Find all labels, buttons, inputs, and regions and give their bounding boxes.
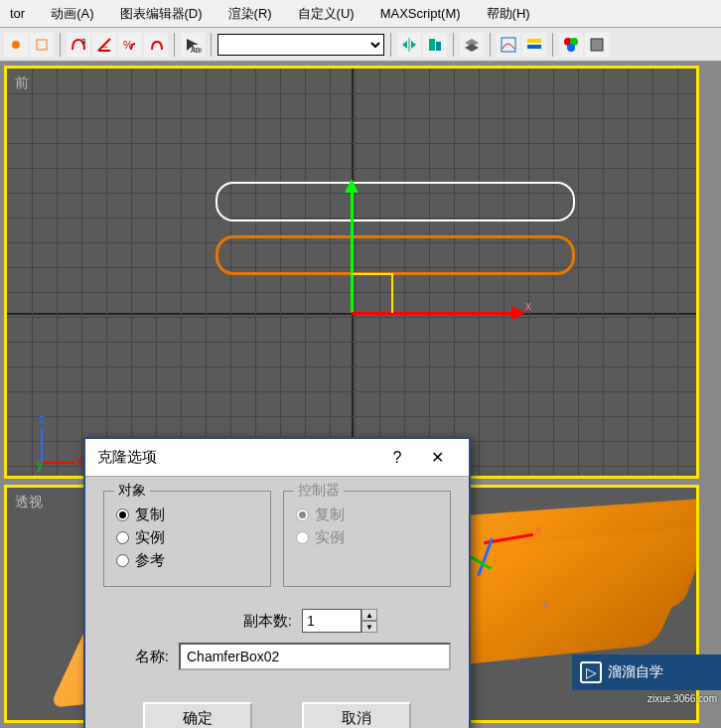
spinner-down-icon[interactable]: ▼ [361,621,377,633]
svg-rect-5 [429,39,435,51]
toolbar-separator [390,33,391,57]
name-row: 名称: [103,643,451,670]
render-setup-icon[interactable] [585,33,609,57]
svg-text:ABC: ABC [191,47,202,54]
copies-spinner[interactable]: ▲ ▼ [302,609,377,633]
menu-item-maxscript[interactable]: MAXScript(M) [374,2,467,25]
svg-rect-8 [527,39,541,43]
viewport-front[interactable]: 前 x z x y [4,66,699,479]
material-editor-icon[interactable] [559,33,583,57]
watermark: ▷ 溜溜自学 [572,655,721,690]
ok-button[interactable]: 确定 [143,702,252,728]
name-label: 名称: [103,648,169,666]
name-input[interactable] [179,643,451,670]
main-toolbar: 3 % ABC [0,28,721,62]
svg-rect-6 [436,42,441,51]
percent-snap-icon[interactable]: % [118,33,142,57]
help-button[interactable]: ? [377,443,417,473]
copies-input[interactable] [302,609,361,633]
toolbar-separator [453,33,454,57]
watermark-url: zixue.3066.com [648,693,717,704]
svg-rect-1 [37,40,47,50]
radio-icon [296,509,309,521]
svg-rect-7 [502,38,515,52]
axis-label-x: x [525,299,531,313]
menu-item-graph-editor[interactable]: 图表编辑器(D) [114,1,209,27]
play-icon: ▷ [580,661,602,683]
toolbar-separator [552,33,553,57]
dialog-titlebar[interactable]: 克隆选项 ? ✕ [85,439,469,477]
named-selection-dropdown[interactable] [217,34,384,56]
toolbar-separator [490,33,491,57]
radio-icon [116,531,129,544]
angle-snap-icon[interactable] [92,33,116,57]
radio-icon [116,509,129,521]
svg-rect-9 [527,45,541,49]
mirror-icon[interactable] [397,33,421,57]
gizmo-x-axis[interactable] [352,312,520,315]
close-button[interactable]: ✕ [417,443,457,473]
radio-controller-copy: 复制 [296,506,438,524]
clone-options-dialog: 克隆选项 ? ✕ 对象 复制 实例 参考 控制器 复制 实例 副本数: [83,437,471,728]
radio-copy[interactable]: 复制 [116,506,258,524]
watermark-text: 溜溜自学 [608,663,663,681]
object-group: 对象 复制 实例 参考 [103,491,271,587]
layers-icon[interactable] [460,33,484,57]
gizmo-y-axis[interactable] [351,184,354,313]
menu-item-customize[interactable]: 自定义(U) [292,1,360,27]
controller-group: 控制器 复制 实例 [283,491,451,587]
copies-label: 副本数: [103,612,292,631]
toolbar-separator [60,33,61,57]
spinner-snap-icon[interactable] [144,33,168,57]
align-icon[interactable] [423,33,447,57]
toolbar-separator [174,33,175,57]
toolbar-separator [211,33,212,57]
dialog-title: 克隆选项 [97,448,377,467]
cancel-button[interactable]: 取消 [302,702,411,728]
svg-text:3: 3 [81,37,86,46]
svg-point-0 [12,41,20,49]
chamferbox-clone[interactable] [216,235,575,275]
radio-instance[interactable]: 实例 [116,528,258,547]
radio-icon [296,531,309,544]
snap-toggle-icon[interactable]: 3 [67,33,90,57]
curve-editor-icon[interactable] [497,33,520,57]
menu-item-render[interactable]: 渲染(R) [222,1,278,27]
controller-legend: 控制器 [294,482,344,500]
menu-item-partial[interactable]: tor [4,2,31,25]
radio-icon [116,554,129,567]
spinner-up-icon[interactable]: ▲ [361,609,377,621]
tool-icon[interactable] [4,33,28,57]
viewport-label-perspective: 透视 [15,494,43,511]
copies-row: 副本数: ▲ ▼ [103,609,451,633]
chamferbox-selected[interactable] [216,182,575,221]
viewport-area: 前 x z x y 透视 x z 克隆选项 [0,62,721,728]
radio-controller-instance: 实例 [296,528,438,547]
tool-icon[interactable] [30,33,54,57]
named-selection-icon[interactable]: ABC [181,33,205,57]
svg-point-12 [567,44,575,52]
menu-item-help[interactable]: 帮助(H) [481,1,536,27]
object-legend: 对象 [114,482,150,500]
menu-bar: tor 动画(A) 图表编辑器(D) 渲染(R) 自定义(U) MAXScrip… [0,0,721,28]
radio-reference[interactable]: 参考 [116,551,258,570]
menu-item-animation[interactable]: 动画(A) [45,1,99,27]
schematic-view-icon[interactable] [522,33,546,57]
svg-rect-13 [591,39,603,51]
